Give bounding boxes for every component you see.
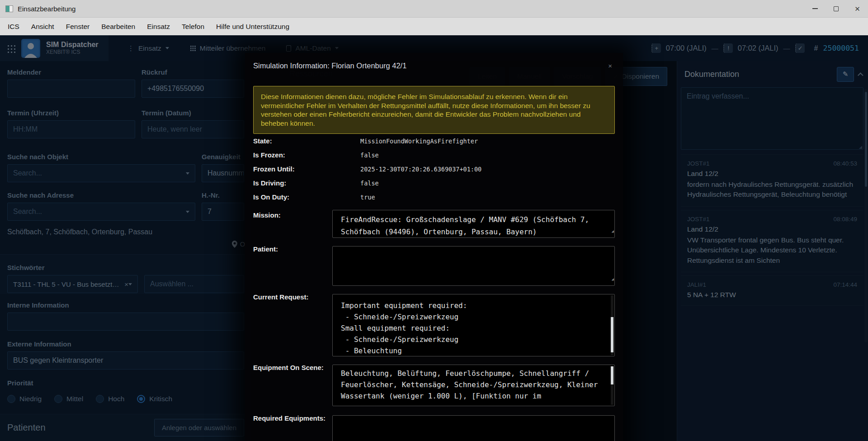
is-on-duty-label: Is On Duty:: [253, 193, 332, 201]
menu-item-einsatz[interactable]: Einsatz: [141, 23, 176, 31]
state-label: State:: [253, 137, 332, 145]
required-equipments-textarea[interactable]: [332, 415, 615, 441]
menu-item-ansicht[interactable]: Ansicht: [25, 23, 60, 31]
app-window: Einsatzbearbeitung ✕ ICS Ansicht Fenster…: [0, 0, 868, 441]
title-bar: Einsatzbearbeitung ✕: [0, 0, 868, 17]
mission-textarea[interactable]: FireAndRescue: Großschadenslage / MANV #…: [332, 210, 615, 238]
window-title: Einsatzbearbeitung: [18, 5, 75, 13]
is-frozen-label: Is Frozen:: [253, 151, 332, 159]
minimize-icon: [812, 8, 818, 9]
maximize-button[interactable]: [826, 0, 847, 17]
window-controls: ✕: [804, 0, 868, 17]
frozen-until-label: Frozen Until:: [253, 165, 332, 173]
equipment-on-scene-textarea[interactable]: Beleuchtung, Belüftung, Feuerlöschpumpe,…: [332, 365, 615, 406]
equipment-on-scene-label: Equipment On Scene:: [253, 361, 332, 371]
menu-bar: ICS Ansicht Fenster Bearbeiten Einsatz T…: [0, 17, 868, 35]
window-icon: [5, 5, 13, 12]
maximize-icon: [834, 6, 839, 11]
close-icon[interactable]: ×: [605, 60, 615, 71]
current-request-textarea[interactable]: Important equipment required: - Schneide…: [332, 294, 615, 356]
required-equipments-label: Required Equipments:: [253, 412, 332, 422]
patient-textarea[interactable]: [332, 246, 615, 286]
is-driving-value: false: [332, 180, 379, 187]
is-frozen-value: false: [332, 152, 379, 159]
simulation-info-modal: Simulation Information: Florian Ortenbur…: [245, 53, 623, 441]
modal-header: Simulation Information: Florian Ortenbur…: [253, 53, 615, 78]
app-content: SIM Dispatcher XENBIT® ICS ⋮ Einsatz Mit…: [0, 35, 868, 441]
current-request-label: Current Request:: [253, 290, 332, 301]
menu-item-bearbeiten[interactable]: Bearbeiten: [95, 23, 141, 31]
frozen-until-value: 2025-12-30T07:20:26.6369037+01:00: [332, 166, 481, 173]
close-button[interactable]: ✕: [847, 0, 868, 17]
is-driving-label: Is Driving:: [253, 179, 332, 187]
scrollbar[interactable]: [611, 317, 613, 352]
menu-item-ics[interactable]: ICS: [5, 23, 25, 31]
scrollbar[interactable]: [611, 366, 613, 384]
state-value: MissionFoundWorkingAsFirefighter: [332, 138, 478, 145]
menu-item-hilfe[interactable]: Hilfe und Unterstützung: [210, 23, 295, 31]
close-icon: ✕: [854, 5, 860, 12]
patient-label: Patient:: [253, 242, 332, 253]
is-on-duty-value: true: [332, 194, 375, 201]
mission-label: Mission:: [253, 209, 332, 219]
warning-banner: Diese Informationen dienen dazu, möglich…: [253, 86, 615, 134]
modal-title: Simulation Information: Florian Ortenbur…: [253, 62, 406, 70]
minimize-button[interactable]: [804, 0, 826, 17]
menu-item-fenster[interactable]: Fenster: [60, 23, 96, 31]
menu-item-telefon[interactable]: Telefon: [176, 23, 210, 31]
